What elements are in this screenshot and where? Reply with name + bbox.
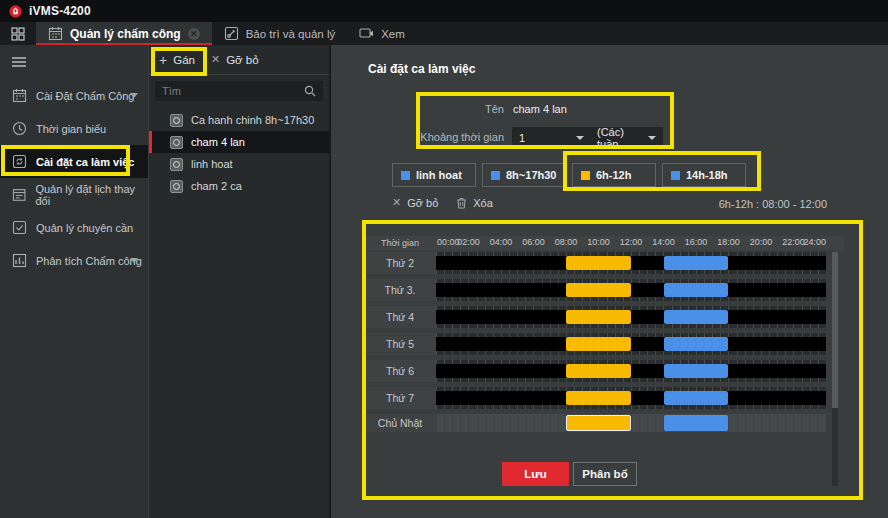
tab-label: Xem [381, 28, 405, 40]
remove-button[interactable]: ✕ Gỡ bỏ [211, 53, 259, 66]
time-tick-label: 02:00 [457, 237, 480, 247]
row-band [436, 337, 826, 351]
time-tick-label: 00:00 [437, 237, 460, 247]
schedule-row: Thứ 7 [364, 387, 844, 409]
list-item-label: cham 4 lan [191, 136, 245, 148]
list-item[interactable]: cham 4 lan [149, 131, 329, 153]
search-icon [304, 85, 316, 97]
assign-button-label: Gán [173, 54, 195, 66]
grid-delete-button[interactable]: Xóa [456, 197, 493, 209]
period-label: Khoảng thời gian [331, 131, 504, 143]
assign-button[interactable]: + Gán [159, 52, 195, 68]
save-button[interactable]: Lưu [502, 462, 569, 486]
chevron-down-icon [576, 136, 584, 140]
shift-item-icon [170, 180, 183, 193]
row-track[interactable] [436, 387, 826, 409]
row-label: Thứ 4 [364, 306, 436, 328]
ruler-ticks [436, 351, 826, 355]
list-item-label: Ca hanh chinh 8h~17h30 [191, 114, 314, 126]
shift-bar-6h-12h[interactable] [566, 391, 631, 405]
shift-bar-6h-12h[interactable] [566, 283, 631, 297]
schedule-row: Thứ 3. [364, 279, 844, 301]
shift-list-panel: + Gán ✕ Gỡ bỏ Tìm Ca hanh chinh 8h~17h30… [149, 45, 331, 518]
shift-bar-6h-12h[interactable] [566, 310, 631, 324]
row-track[interactable] [436, 279, 826, 301]
color-chip-icon [581, 171, 590, 180]
shift-bar-14h-18h[interactable] [664, 283, 729, 297]
tab-2[interactable]: Bảo trì và quản lý [212, 22, 348, 45]
app-title: iVMS-4200 [29, 4, 91, 18]
chevron-down-icon [648, 136, 656, 140]
name-field[interactable]: cham 4 lan [513, 103, 567, 115]
shift-bar-6h-12h[interactable] [566, 337, 631, 351]
row-track[interactable] [436, 360, 826, 382]
sidebar-collapse-button[interactable] [0, 45, 148, 79]
shift-list: Ca hanh chinh 8h~17h30cham 4 lanlinh hoa… [149, 109, 329, 197]
period-value-dropdown[interactable]: 1 [512, 127, 591, 148]
grid-icon [11, 27, 25, 41]
shift-bar-14h-18h[interactable] [664, 256, 729, 270]
list-item[interactable]: linh hoat [149, 153, 329, 175]
shift-bar-14h-18h[interactable] [664, 391, 729, 405]
ruler-ticks [436, 378, 826, 382]
shift-type-button[interactable]: 6h-12h [572, 163, 656, 187]
sidebar-item-label: Phân tích Chấm công [36, 255, 142, 267]
time-axis-label: Thời gian [364, 236, 436, 250]
sidebar-item[interactable]: Quản lý chuyên cần [0, 211, 148, 244]
list-item[interactable]: Ca hanh chinh 8h~17h30 [149, 109, 329, 131]
tab-1[interactable]: Quản lý chấm công✕ [36, 22, 212, 45]
list-item[interactable]: cham 2 ca [149, 175, 329, 197]
list-toolbar: + Gán ✕ Gỡ bỏ [149, 45, 329, 75]
row-track[interactable] [436, 414, 826, 432]
row-track[interactable] [436, 333, 826, 355]
ruler-ticks [436, 405, 826, 409]
shift-bar-6h-12h[interactable] [566, 415, 631, 431]
shift-type-button[interactable]: 14h-18h [662, 163, 746, 187]
sidebar-item-label: Cài Đặt Chấm Công [36, 90, 134, 102]
home-grid-button[interactable] [0, 22, 36, 45]
sidebar-item[interactable]: Phân tích Chấm công [0, 244, 148, 277]
shift-bar-6h-12h[interactable] [566, 256, 631, 270]
color-chip-icon [401, 171, 410, 180]
sidebar-item[interactable]: Cài đặt ca làm việc [0, 145, 148, 178]
tab-3[interactable]: Xem [347, 22, 417, 45]
allocate-button[interactable]: Phân bổ [573, 462, 637, 486]
row-track[interactable] [436, 306, 826, 328]
sidebar-item-label: Quản lý chuyên cần [36, 222, 133, 234]
app-logo-icon [9, 5, 22, 18]
sidebar-item[interactable]: Thời gian biểu [0, 112, 148, 145]
time-tick-label: 04:00 [490, 237, 513, 247]
tab-bar: Quản lý chấm công✕Bảo trì và quản lýXem [0, 22, 888, 45]
row-band [436, 364, 826, 378]
shift-item-icon [170, 136, 183, 149]
scrollbar-thumb[interactable] [832, 252, 838, 408]
chevron-down-icon [130, 93, 138, 98]
search-input[interactable]: Tìm [155, 81, 323, 101]
shift-type-button[interactable]: 8h~17h30 [482, 163, 566, 187]
row-label: Thứ 2 [364, 252, 436, 274]
row-track[interactable] [436, 252, 826, 274]
grid-scrollbar[interactable] [832, 252, 838, 486]
ruler-ticks [436, 270, 826, 274]
grid-remove-button[interactable]: ✕ Gỡ bỏ [392, 196, 438, 209]
shift-bar-6h-12h[interactable] [566, 364, 631, 378]
sidebar-item[interactable]: Cài Đặt Chấm Công [0, 79, 148, 112]
shift-bar-14h-18h[interactable] [664, 310, 729, 324]
shift-item-icon [170, 158, 183, 171]
sidebar-item[interactable]: Quản lý đặt lịch thay đổi [0, 178, 148, 211]
name-label: Tên [331, 103, 504, 115]
close-icon: ✕ [211, 53, 220, 66]
time-tick-label: 06:00 [522, 237, 545, 247]
shift-bar-14h-18h[interactable] [664, 364, 729, 378]
shift-type-label: 14h-18h [686, 169, 728, 181]
selected-shift-info: 6h-12h : 08:00 - 12:00 [627, 198, 827, 210]
title-bar: iVMS-4200 [0, 0, 888, 22]
shift-bar-14h-18h[interactable] [664, 415, 729, 431]
shift-type-label: 6h-12h [596, 169, 631, 181]
period-unit-dropdown[interactable]: (Các) tuần [590, 127, 663, 148]
shift-type-button[interactable]: linh hoat [392, 163, 476, 187]
tab-strip: Quản lý chấm công✕Bảo trì và quản lýXem [36, 22, 417, 45]
plus-icon: + [159, 52, 167, 68]
tab-close-icon[interactable]: ✕ [188, 28, 200, 40]
shift-bar-14h-18h[interactable] [664, 337, 729, 351]
